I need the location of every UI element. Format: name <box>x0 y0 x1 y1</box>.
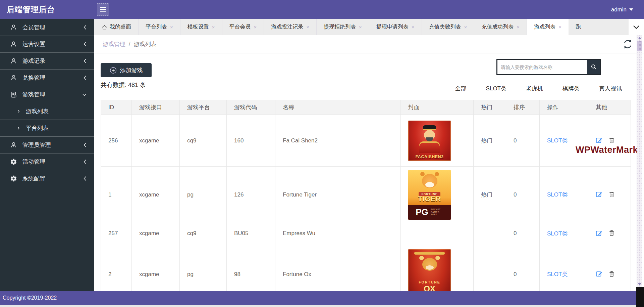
cell-cover <box>401 223 474 244</box>
footer: Copyright ©2019-2022 <box>0 291 644 305</box>
tab-recharge-failed[interactable]: 充值失败列表 × <box>422 19 475 35</box>
tab-platform-list[interactable]: 平台列表 × <box>139 19 180 35</box>
cell-code: 126 <box>227 167 275 223</box>
close-tab-icon[interactable]: × <box>558 24 561 30</box>
scrollbar-corner-block <box>636 287 644 307</box>
gear-icon <box>10 158 17 165</box>
tab-label: 游戏列表 <box>534 24 555 31</box>
add-game-button[interactable]: 添加游戏 <box>101 63 152 77</box>
sidebar-item-game-management[interactable]: 游戏管理 <box>0 86 94 103</box>
close-tab-icon[interactable]: × <box>254 24 257 30</box>
slot-category-link[interactable]: SLOT类 <box>547 230 568 237</box>
slot-category-link[interactable]: SLOT类 <box>547 271 568 277</box>
close-tab-icon[interactable]: × <box>306 24 309 30</box>
tab-platform-members[interactable]: 平台会员 × <box>222 19 264 35</box>
cell-other <box>588 115 631 167</box>
chevron-left-icon <box>84 75 87 80</box>
filter-board-games[interactable]: 棋牌类 <box>562 85 580 92</box>
scroll-up-arrow-icon[interactable] <box>638 37 641 39</box>
tab-list-dropdown-button[interactable] <box>629 19 644 35</box>
delete-button[interactable] <box>609 191 614 199</box>
close-tab-icon[interactable]: × <box>170 24 173 30</box>
filter-slot-machine[interactable]: 老虎机 <box>526 85 543 92</box>
tab-withdraw-rejected[interactable]: 提现拒绝列表 × <box>317 19 369 35</box>
search-input[interactable] <box>497 60 587 74</box>
cell-code: 98 <box>227 244 275 291</box>
sidebar-item-label: 活动管理 <box>22 158 45 166</box>
cell-cover: FORTUNE OX <box>401 244 474 291</box>
delete-button[interactable] <box>609 230 614 237</box>
tab-template-settings[interactable]: 模板设置 × <box>180 19 222 35</box>
chevron-left-icon <box>84 58 87 63</box>
slot-category-link[interactable]: SLOT类 <box>547 137 568 144</box>
col-action: 操作 <box>540 100 588 115</box>
cell-api: xcgame <box>132 244 180 291</box>
sidebar-item-label: 系统配置 <box>22 175 45 182</box>
edit-button[interactable] <box>596 137 603 144</box>
cell-hot: 热门 <box>474 167 506 223</box>
user-icon <box>10 74 17 81</box>
scrollbar-thumb[interactable] <box>637 41 642 51</box>
total-label: 共有数据: <box>101 82 126 88</box>
delete-button[interactable] <box>609 137 614 144</box>
user-icon <box>10 141 17 148</box>
cell-other <box>588 223 631 244</box>
tab-bet-records[interactable]: 游戏投注记录 × <box>264 19 317 35</box>
top-bar: 后端管理后台 admin <box>0 0 644 19</box>
tab-withdraw-requests[interactable]: 提现申请列表 × <box>369 19 422 35</box>
user-menu[interactable]: admin <box>611 6 633 13</box>
cell-id: 257 <box>101 223 132 244</box>
gear-icon <box>10 175 17 182</box>
edit-button[interactable] <box>596 191 603 199</box>
search-button[interactable] <box>587 60 600 74</box>
edit-button[interactable] <box>596 230 603 237</box>
sidebar-item-game-records[interactable]: 游戏记录 <box>0 53 94 70</box>
chevron-left-icon <box>84 142 87 147</box>
sidebar-item-label: 游戏记录 <box>22 57 45 65</box>
tab-desktop[interactable]: 我的桌面 <box>95 19 139 35</box>
col-cover: 封面 <box>401 100 474 115</box>
breadcrumb-separator: / <box>129 41 130 47</box>
vertical-scrollbar[interactable] <box>637 35 642 288</box>
sidebar-item-game-list[interactable]: 游戏列表 <box>0 103 94 120</box>
cell-code: BU05 <box>227 223 275 244</box>
trash-icon <box>609 230 614 236</box>
filter-live-video[interactable]: 真人视讯 <box>599 85 622 92</box>
filter-slot[interactable]: SLOT类 <box>486 85 506 92</box>
close-tab-icon[interactable]: × <box>464 24 467 30</box>
cell-sort: 0 <box>506 167 540 223</box>
edit-button[interactable] <box>596 270 603 278</box>
tab-recharge-success[interactable]: 充值成功列表 × <box>474 19 527 35</box>
horizontal-scrollbar-track[interactable] <box>0 305 644 307</box>
sidebar-item-platform-list[interactable]: 平台列表 <box>0 120 94 137</box>
scroll-down-arrow-icon[interactable] <box>638 283 641 286</box>
sidebar-toggle-button[interactable] <box>97 3 109 16</box>
close-tab-icon[interactable]: × <box>212 24 215 30</box>
sidebar-item-activity-management[interactable]: 活动管理 <box>0 154 94 170</box>
close-tab-icon[interactable]: × <box>359 24 362 30</box>
search-icon <box>591 64 597 70</box>
total-count: 共有数据: 481 条 <box>101 81 146 89</box>
sidebar-item-label: 运营设置 <box>22 40 45 48</box>
sidebar-item-operations[interactable]: 运营设置 <box>0 36 94 53</box>
pg-logo: PG <box>416 207 428 217</box>
close-tab-icon[interactable]: × <box>412 24 415 30</box>
cell-name: Fortune Tiger <box>275 167 401 223</box>
cell-action: SLOT类 <box>540 223 588 244</box>
username: admin <box>611 6 627 13</box>
sidebar-item-system-config[interactable]: 系统配置 <box>0 170 94 187</box>
breadcrumb-parent[interactable]: 游戏管理 <box>103 40 125 48</box>
filter-all[interactable]: 全部 <box>455 85 467 92</box>
tab-game-list[interactable]: 游戏列表 × <box>527 19 569 35</box>
delete-button[interactable] <box>609 271 614 278</box>
slot-category-link[interactable]: SLOT类 <box>547 191 568 198</box>
total-value: 481 条 <box>128 82 146 88</box>
tab-truncated[interactable]: 跑 <box>569 19 583 35</box>
sidebar-item-members[interactable]: 会员管理 <box>0 19 94 36</box>
close-tab-icon[interactable]: × <box>517 24 520 30</box>
sidebar-item-admin-management[interactable]: 管理员管理 <box>0 137 94 154</box>
cell-action: SLOT类 <box>540 244 588 291</box>
sidebar-item-exchange[interactable]: 兑换管理 <box>0 70 94 86</box>
refresh-icon[interactable] <box>622 39 633 50</box>
breadcrumb: 游戏管理 / 游戏列表 <box>94 35 644 53</box>
